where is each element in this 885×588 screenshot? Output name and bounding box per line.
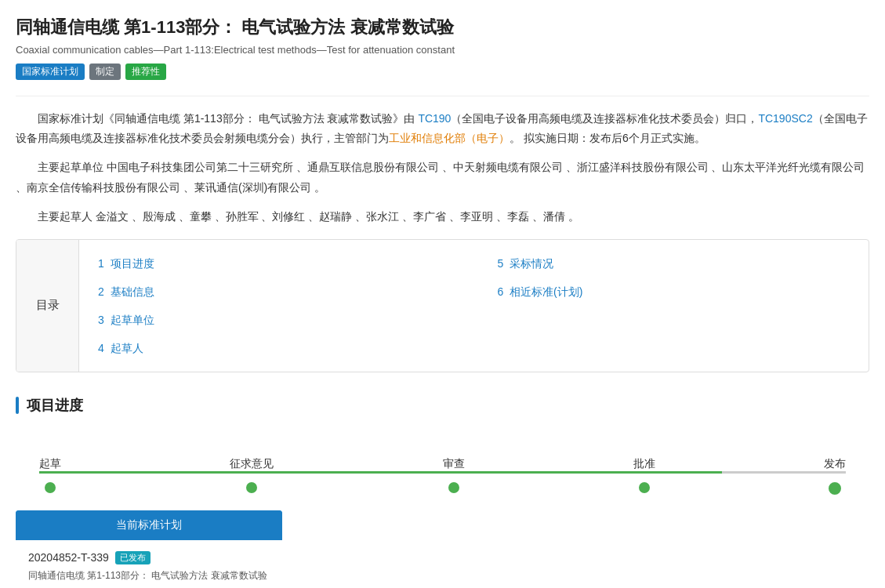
desc-para-2: 主要起草单位 中国电子科技集团公司第二十三研究所 、通鼎互联信息股份有限公司 、… [16,158,869,197]
step-approve-dot [639,482,650,493]
plan-card-body: 20204852-T-339 已发布 同轴通信电缆 第1-113部分： 电气试验… [16,540,282,588]
badge-published: 已发布 [115,551,151,564]
plan-card-id-row: 20204852-T-339 已发布 [28,551,270,564]
para1-suffix: 。 拟实施日期：发布后6个月正式实施。 [510,132,705,144]
section-title: 项目进度 [27,396,83,415]
tag-formulate: 制定 [89,64,121,80]
desc-prefix: 国家标准计划《同轴通信电缆 第1-113部分： 电气试验方法 衰减常数试验》由 [38,112,418,125]
section-header: 项目进度 [16,396,869,415]
toc-item-6[interactable]: 6 相近标准(计划) [498,281,851,303]
step-review-label: 审查 [443,457,465,471]
step-publish-label: 发布 [824,457,846,471]
toc-label: 目录 [16,240,79,372]
toc-content: 1 项目进度 5 采标情况 2 基础信息 6 相近标准(计划) 3 起草单位 4… [79,240,869,372]
desc-para-1: 国家标准计划《同轴通信电缆 第1-113部分： 电气试验方法 衰减常数试验》由 … [16,109,869,148]
main-title: 同轴通信电缆 第1-113部分： 电气试验方法 衰减常数试验 [16,16,869,39]
toc-item-2[interactable]: 2 基础信息 [98,281,451,303]
tc190-desc: （全国电子设备用高频电缆及连接器标准化技术委员会）归口， [451,112,758,125]
step-approve-label: 批准 [633,457,655,471]
toc-item-1[interactable]: 1 项目进度 [98,252,451,274]
step-review-dot [448,482,459,493]
subtitle: Coaxial communication cables—Part 1-113:… [16,44,869,56]
step-publish-dot [829,482,841,495]
description-section: 国家标准计划《同轴通信电缆 第1-113部分： 电气试验方法 衰减常数试验》由 … [16,96,869,227]
step-comment-dot [246,482,257,493]
plan-card: 当前标准计划 20204852-T-339 已发布 同轴通信电缆 第1-113部… [16,510,282,588]
tags-container: 国家标准计划 制定 推荐性 [16,64,869,80]
tc190sc2-link[interactable]: TC190SC2 [758,112,812,125]
plan-card-id-text: 20204852-T-339 [28,551,109,564]
step-publish: 发布 [824,457,846,495]
tc190-link[interactable]: TC190 [418,112,451,125]
step-comment: 征求意见 [230,457,274,495]
step-draft: 起草 [39,457,61,495]
toc-item-3[interactable]: 3 起草单位 [98,309,451,331]
timeline-container: 起草 征求意见 审查 批准 发布 [16,434,869,510]
section-header-bar [16,397,19,414]
timeline-steps: 起草 征求意见 审查 批准 发布 [39,457,846,495]
toc-section: 目录 1 项目进度 5 采标情况 2 基础信息 6 相近标准(计划) 3 起草单… [16,239,869,372]
step-draft-dot [45,482,56,493]
tag-recommended: 推荐性 [125,64,166,80]
title-section: 同轴通信电缆 第1-113部分： 电气试验方法 衰减常数试验 Coaxial c… [16,16,869,80]
toc-item-5[interactable]: 5 采标情况 [498,252,851,274]
ministry-link[interactable]: 工业和信息化部（电子） [389,132,510,144]
plan-card-name: 同轴通信电缆 第1-113部分： 电气试验方法 衰减常数试验 [28,569,270,583]
step-comment-label: 征求意见 [230,457,274,471]
toc-item-4[interactable]: 4 起草人 [98,337,451,359]
step-draft-label: 起草 [39,457,61,471]
step-approve: 批准 [633,457,655,495]
plan-card-header: 当前标准计划 [16,510,282,540]
step-review: 审查 [443,457,465,495]
progress-section: 项目进度 起草 征求意见 审查 批准 [16,396,869,588]
desc-para-3: 主要起草人 金溢文 、殷海成 、童攀 、孙胜军 、刘修红 、赵瑞静 、张水江 、… [16,207,869,227]
page-container: 同轴通信电缆 第1-113部分： 电气试验方法 衰减常数试验 Coaxial c… [0,0,885,588]
tag-national-plan: 国家标准计划 [16,64,85,80]
